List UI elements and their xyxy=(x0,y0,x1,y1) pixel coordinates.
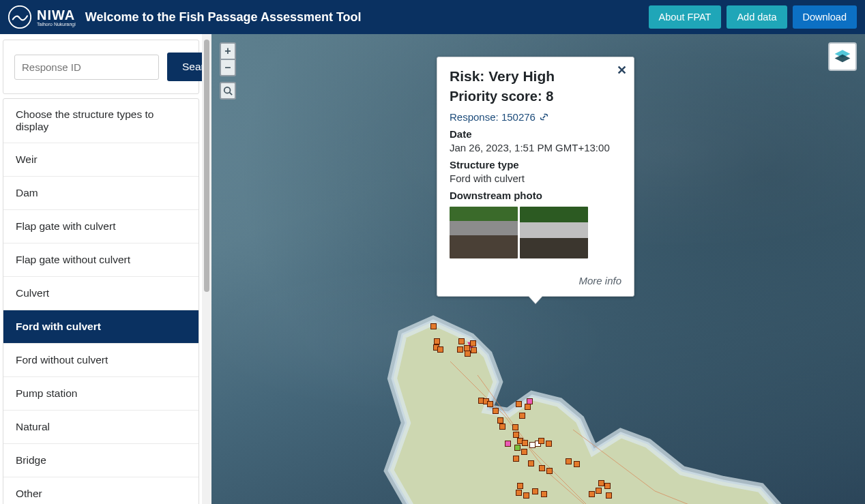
map-marker[interactable] xyxy=(523,492,529,499)
download-button[interactable]: Download xyxy=(793,5,857,29)
map-marker[interactable] xyxy=(521,449,527,455)
map-marker[interactable] xyxy=(528,460,534,466)
structure-type-item[interactable]: Other xyxy=(3,477,199,504)
search-card: Search xyxy=(3,40,199,94)
map-marker[interactable] xyxy=(598,480,604,486)
map-search-button[interactable] xyxy=(220,82,236,100)
map-marker[interactable] xyxy=(532,488,538,494)
structure-type-item[interactable]: Bridge xyxy=(3,444,199,477)
structure-type-item[interactable]: Flap gate with culvert xyxy=(3,210,199,243)
brand-block: NIWA Taihoro Nukurangi xyxy=(8,5,76,29)
map-marker[interactable] xyxy=(519,413,525,419)
search-icon xyxy=(223,86,233,95)
brand-name: NIWA xyxy=(37,8,76,22)
sidebar-scrollbar[interactable] xyxy=(202,34,211,504)
map-marker[interactable] xyxy=(516,401,522,407)
structure-type-item[interactable]: Dam xyxy=(3,177,199,210)
map-marker[interactable] xyxy=(512,424,518,430)
page-title: Welcome to the Fish Passage Assessment T… xyxy=(85,10,362,25)
map-marker[interactable] xyxy=(604,483,611,489)
popup-date-value: Jan 26, 2023, 1:51 PM GMT+13:00 xyxy=(450,142,621,153)
map-marker[interactable] xyxy=(589,491,595,497)
structure-type-item[interactable]: Weir xyxy=(3,143,199,177)
map-marker[interactable] xyxy=(522,440,528,446)
link-icon xyxy=(540,113,548,121)
structure-types-header: Choose the structure types to display xyxy=(3,99,199,143)
map-marker[interactable] xyxy=(430,323,437,329)
popup-photo-label: Downstream photo xyxy=(450,190,621,201)
map-marker[interactable] xyxy=(596,488,602,494)
about-fpat-button[interactable]: About FPAT xyxy=(649,5,722,29)
sidebar-scroll-thumb[interactable] xyxy=(204,40,209,292)
svg-point-1 xyxy=(224,87,231,93)
add-data-button[interactable]: Add data xyxy=(727,5,787,29)
structure-type-item[interactable]: Culvert xyxy=(3,277,199,310)
response-id-input[interactable] xyxy=(14,55,159,80)
map-marker[interactable] xyxy=(465,351,471,357)
map-marker[interactable] xyxy=(514,445,521,451)
map-marker[interactable] xyxy=(499,424,505,430)
map-marker[interactable] xyxy=(538,438,544,444)
search-button[interactable]: Search xyxy=(167,53,202,81)
map-marker[interactable] xyxy=(517,483,523,489)
popup-structure-label: Structure type xyxy=(450,159,621,171)
map-marker[interactable] xyxy=(539,465,545,471)
map-marker[interactable] xyxy=(516,490,522,496)
map-marker[interactable] xyxy=(437,346,443,353)
map-marker[interactable] xyxy=(546,468,553,474)
map-marker[interactable] xyxy=(566,458,572,464)
popup-photos xyxy=(450,207,621,258)
structure-type-item[interactable]: Ford without culvert xyxy=(3,344,199,377)
map-marker[interactable] xyxy=(487,401,493,407)
downstream-photo-1[interactable] xyxy=(450,207,518,258)
popup-close-button[interactable]: ✕ xyxy=(617,63,627,78)
sidebar: Search Choose the structure types to dis… xyxy=(0,34,211,504)
map-marker[interactable] xyxy=(513,432,519,438)
downstream-photo-2[interactable] xyxy=(520,207,588,258)
structure-type-item[interactable]: Ford with culvert xyxy=(3,310,199,344)
map-viewport[interactable]: ▼ + – ✕ Risk: Very High Priority score: … xyxy=(211,34,865,504)
brand-subtitle: Taihoro Nukurangi xyxy=(37,22,76,27)
map-marker[interactable] xyxy=(541,491,547,497)
map-marker[interactable] xyxy=(574,461,580,467)
more-info-link[interactable]: More info xyxy=(450,275,621,286)
popup-date-label: Date xyxy=(450,128,621,140)
popup-structure-value: Ford with culvert xyxy=(450,173,621,184)
structure-type-item[interactable]: Natural xyxy=(3,411,199,444)
feature-popup: ✕ Risk: Very High Priority score: 8 Resp… xyxy=(437,57,634,297)
layers-button[interactable] xyxy=(828,42,857,71)
map-marker[interactable] xyxy=(471,347,477,353)
popup-priority: Priority score: 8 xyxy=(450,89,621,104)
map-marker[interactable] xyxy=(457,346,463,353)
popup-response-link[interactable]: Response: 150276 xyxy=(450,111,621,123)
zoom-in-button[interactable]: + xyxy=(221,44,235,59)
zoom-out-button[interactable]: – xyxy=(221,59,235,75)
structure-types-card: Choose the structure types to display We… xyxy=(3,98,199,504)
map-marker[interactable] xyxy=(513,456,519,462)
map-marker[interactable] xyxy=(458,338,465,344)
coastline xyxy=(368,314,865,504)
map-marker[interactable] xyxy=(525,404,531,410)
map-marker[interactable] xyxy=(497,417,503,424)
structure-type-item[interactable]: Flap gate without culvert xyxy=(3,243,199,277)
layers-icon xyxy=(834,48,851,65)
zoom-controls: + – xyxy=(220,42,236,76)
structure-type-item[interactable]: Pump station xyxy=(3,377,199,411)
niwa-logo-icon xyxy=(8,5,31,29)
map-marker[interactable] xyxy=(470,340,476,346)
map-marker[interactable] xyxy=(505,441,511,447)
map-marker[interactable] xyxy=(493,408,499,414)
map-marker[interactable] xyxy=(606,492,612,499)
map-marker[interactable] xyxy=(434,338,440,344)
popup-risk: Risk: Very High xyxy=(450,68,621,85)
app-header: NIWA Taihoro Nukurangi Welcome to the Fi… xyxy=(0,0,865,34)
map-marker[interactable] xyxy=(546,441,552,447)
